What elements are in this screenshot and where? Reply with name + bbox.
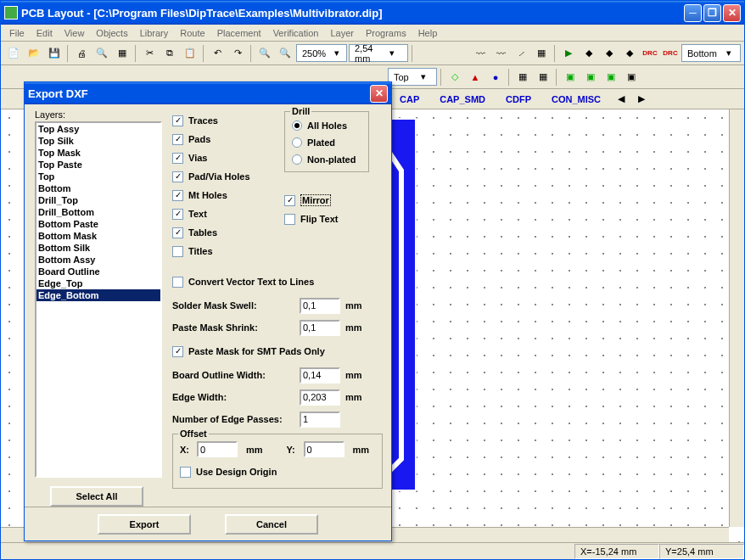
chk-use-design-origin[interactable]: [180, 467, 191, 478]
chk-titles[interactable]: [172, 246, 183, 257]
chk-vias[interactable]: [172, 153, 183, 164]
tool-a-icon[interactable]: ◆: [580, 44, 598, 63]
cut-icon[interactable]: ✂: [140, 44, 159, 63]
layer-item[interactable]: Top Paste: [36, 159, 160, 171]
layer-item[interactable]: Board Outline: [36, 266, 160, 277]
menu-objects[interactable]: Objects: [91, 26, 132, 40]
route4-icon[interactable]: ▦: [532, 44, 551, 63]
input-edge-width[interactable]: [300, 389, 340, 406]
input-paste-mask-shrink[interactable]: [300, 320, 340, 336]
menu-library[interactable]: Library: [135, 26, 174, 40]
dialog-close-button[interactable]: ✕: [370, 85, 388, 103]
run-icon[interactable]: ▶: [559, 44, 578, 63]
layer-item[interactable]: Bottom Assy: [36, 254, 160, 266]
chk-pads[interactable]: [172, 134, 183, 145]
cat-cdfp[interactable]: CDFP: [499, 92, 538, 106]
chk-paste-mask-smt[interactable]: [172, 346, 183, 357]
comp-a-icon[interactable]: ▣: [561, 68, 580, 87]
chk-convert-text[interactable]: [172, 277, 183, 288]
chk-mirror[interactable]: [284, 195, 295, 206]
new-icon[interactable]: 📄: [4, 44, 23, 63]
layer-item[interactable]: Bottom Paste: [36, 218, 160, 230]
layer-item[interactable]: Top Mask: [36, 147, 160, 159]
drc2-icon[interactable]: DRC: [661, 44, 680, 63]
layer-item[interactable]: Drill_Top: [36, 194, 160, 206]
chk-traces[interactable]: [172, 115, 183, 126]
close-button[interactable]: ✕: [723, 4, 741, 22]
zoom-in-icon[interactable]: 🔍: [255, 44, 274, 63]
chk-text[interactable]: [172, 209, 183, 220]
menu-route[interactable]: Route: [175, 26, 210, 40]
menu-help[interactable]: Help: [413, 26, 443, 40]
comp-b-icon[interactable]: ▣: [581, 68, 600, 87]
drc-icon[interactable]: DRC: [641, 44, 659, 63]
save-icon[interactable]: 💾: [45, 44, 64, 63]
layers-list[interactable]: Top AssyTop SilkTop MaskTop PasteTopBott…: [35, 121, 162, 478]
layer-item[interactable]: Top Assy: [36, 123, 160, 135]
chk-tables[interactable]: [172, 227, 183, 238]
radio-non-plated[interactable]: [292, 154, 302, 165]
layer-item[interactable]: Drill_Bottom: [36, 206, 160, 218]
menu-file[interactable]: File: [4, 26, 30, 40]
zoom-out-icon[interactable]: 🔍: [276, 44, 294, 63]
layer-item[interactable]: Edge_Bottom: [36, 289, 160, 301]
tool-c-icon[interactable]: ◆: [620, 44, 639, 63]
menu-verification[interactable]: Verification: [268, 26, 324, 40]
cat-cap[interactable]: CAP: [393, 92, 426, 106]
minimize-button[interactable]: ─: [684, 4, 702, 22]
layer-item[interactable]: Bottom Mask: [36, 230, 160, 242]
redo-icon[interactable]: ↷: [228, 44, 247, 63]
route-icon[interactable]: 〰: [471, 44, 490, 63]
layer-select-combo[interactable]: Bottom▾: [681, 44, 741, 62]
zoom-combo[interactable]: 250%▾: [296, 44, 347, 62]
open-icon[interactable]: 📂: [25, 44, 43, 63]
copy-icon[interactable]: ⧉: [160, 44, 179, 63]
titles-icon[interactable]: ▦: [113, 44, 132, 63]
vertical-scrollbar[interactable]: [729, 109, 744, 527]
comp-d-icon[interactable]: ▣: [622, 68, 641, 87]
radio-plated[interactable]: [292, 137, 302, 148]
layer-item[interactable]: Bottom: [36, 182, 160, 194]
input-num-edge-passes[interactable]: [300, 412, 340, 428]
tool-b-icon[interactable]: ◆: [600, 44, 619, 63]
select-all-button[interactable]: Select All: [50, 486, 143, 507]
shape-c-icon[interactable]: ●: [486, 68, 505, 87]
cat-prev-icon[interactable]: ◀: [614, 92, 628, 106]
input-solder-mask-swell[interactable]: [300, 298, 340, 314]
print-icon[interactable]: 🖨: [72, 44, 91, 63]
grid-b-icon[interactable]: ▦: [534, 68, 552, 87]
comp-c-icon[interactable]: ▣: [602, 68, 620, 87]
cancel-button[interactable]: Cancel: [225, 514, 318, 535]
cat-cap-smd[interactable]: CAP_SMD: [433, 92, 492, 106]
menu-view[interactable]: View: [59, 26, 90, 40]
layer-item[interactable]: Top: [36, 171, 160, 182]
chk-mt-holes[interactable]: [172, 190, 183, 201]
cat-con-misc[interactable]: CON_MISC: [545, 92, 608, 106]
grid-combo[interactable]: 2,54 mm▾: [349, 44, 408, 62]
menu-programs[interactable]: Programs: [361, 26, 412, 40]
menu-placement[interactable]: Placement: [212, 26, 266, 40]
top-layer-combo[interactable]: Top▾: [388, 68, 437, 86]
input-board-outline-width[interactable]: [300, 367, 340, 384]
chk-pad-via-holes[interactable]: [172, 171, 183, 182]
maximize-button[interactable]: ❐: [703, 4, 721, 22]
input-offset-x[interactable]: [197, 441, 238, 457]
shape-b-icon[interactable]: ▲: [466, 68, 485, 87]
cat-next-icon[interactable]: ▶: [635, 92, 648, 106]
export-button[interactable]: Export: [98, 514, 191, 535]
menu-layer[interactable]: Layer: [325, 26, 359, 40]
paste-icon[interactable]: 📋: [181, 44, 199, 63]
route3-icon[interactable]: ⟋: [512, 44, 530, 63]
undo-icon[interactable]: ↶: [208, 44, 227, 63]
grid-a-icon[interactable]: ▦: [513, 68, 532, 87]
route2-icon[interactable]: 〰: [491, 44, 510, 63]
preview-icon[interactable]: 🔍: [92, 44, 111, 63]
layer-item[interactable]: Top Silk: [36, 135, 160, 147]
layer-item[interactable]: Edge_Top: [36, 277, 160, 289]
input-offset-y[interactable]: [304, 441, 344, 457]
shape-a-icon[interactable]: ◇: [445, 68, 464, 87]
radio-all-holes[interactable]: [292, 120, 302, 131]
layer-item[interactable]: Bottom Silk: [36, 242, 160, 254]
menu-edit[interactable]: Edit: [31, 26, 58, 40]
chk-flip-text[interactable]: [284, 214, 295, 225]
